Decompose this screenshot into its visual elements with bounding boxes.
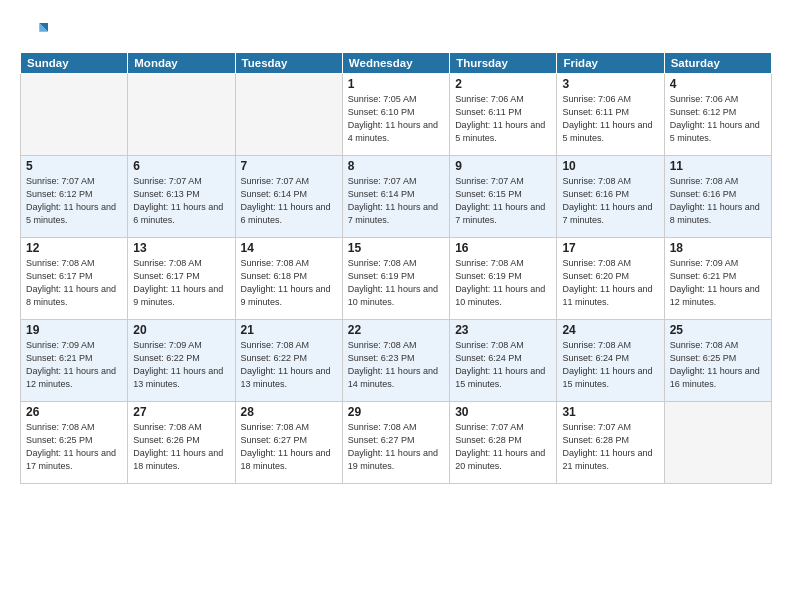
table-row: 14 Sunrise: 7:08 AM Sunset: 6:18 PM Dayl…	[235, 238, 342, 320]
header	[20, 16, 772, 44]
table-row: 5 Sunrise: 7:07 AM Sunset: 6:12 PM Dayli…	[21, 156, 128, 238]
day-number: 30	[455, 405, 551, 419]
day-info: Sunrise: 7:08 AM Sunset: 6:25 PM Dayligh…	[26, 421, 122, 473]
col-wednesday: Wednesday	[342, 53, 449, 74]
calendar-header-row: Sunday Monday Tuesday Wednesday Thursday…	[21, 53, 772, 74]
day-info: Sunrise: 7:09 AM Sunset: 6:21 PM Dayligh…	[26, 339, 122, 391]
day-info: Sunrise: 7:08 AM Sunset: 6:27 PM Dayligh…	[241, 421, 337, 473]
day-number: 9	[455, 159, 551, 173]
day-number: 8	[348, 159, 444, 173]
day-info: Sunrise: 7:08 AM Sunset: 6:24 PM Dayligh…	[562, 339, 658, 391]
day-info: Sunrise: 7:08 AM Sunset: 6:22 PM Dayligh…	[241, 339, 337, 391]
day-info: Sunrise: 7:08 AM Sunset: 6:16 PM Dayligh…	[562, 175, 658, 227]
col-tuesday: Tuesday	[235, 53, 342, 74]
col-friday: Friday	[557, 53, 664, 74]
calendar-week-row: 12 Sunrise: 7:08 AM Sunset: 6:17 PM Dayl…	[21, 238, 772, 320]
calendar-table: Sunday Monday Tuesday Wednesday Thursday…	[20, 52, 772, 484]
day-info: Sunrise: 7:06 AM Sunset: 6:11 PM Dayligh…	[562, 93, 658, 145]
day-info: Sunrise: 7:06 AM Sunset: 6:12 PM Dayligh…	[670, 93, 766, 145]
table-row: 16 Sunrise: 7:08 AM Sunset: 6:19 PM Dayl…	[450, 238, 557, 320]
table-row: 9 Sunrise: 7:07 AM Sunset: 6:15 PM Dayli…	[450, 156, 557, 238]
day-number: 31	[562, 405, 658, 419]
day-info: Sunrise: 7:06 AM Sunset: 6:11 PM Dayligh…	[455, 93, 551, 145]
day-number: 19	[26, 323, 122, 337]
logo	[20, 16, 52, 44]
day-number: 13	[133, 241, 229, 255]
col-saturday: Saturday	[664, 53, 771, 74]
table-row: 31 Sunrise: 7:07 AM Sunset: 6:28 PM Dayl…	[557, 402, 664, 484]
day-number: 28	[241, 405, 337, 419]
col-thursday: Thursday	[450, 53, 557, 74]
table-row: 6 Sunrise: 7:07 AM Sunset: 6:13 PM Dayli…	[128, 156, 235, 238]
day-info: Sunrise: 7:08 AM Sunset: 6:19 PM Dayligh…	[455, 257, 551, 309]
day-number: 23	[455, 323, 551, 337]
day-info: Sunrise: 7:08 AM Sunset: 6:18 PM Dayligh…	[241, 257, 337, 309]
table-row: 20 Sunrise: 7:09 AM Sunset: 6:22 PM Dayl…	[128, 320, 235, 402]
day-info: Sunrise: 7:07 AM Sunset: 6:28 PM Dayligh…	[455, 421, 551, 473]
day-number: 26	[26, 405, 122, 419]
day-info: Sunrise: 7:05 AM Sunset: 6:10 PM Dayligh…	[348, 93, 444, 145]
table-row: 24 Sunrise: 7:08 AM Sunset: 6:24 PM Dayl…	[557, 320, 664, 402]
calendar-week-row: 26 Sunrise: 7:08 AM Sunset: 6:25 PM Dayl…	[21, 402, 772, 484]
day-info: Sunrise: 7:07 AM Sunset: 6:15 PM Dayligh…	[455, 175, 551, 227]
day-number: 11	[670, 159, 766, 173]
table-row: 26 Sunrise: 7:08 AM Sunset: 6:25 PM Dayl…	[21, 402, 128, 484]
day-info: Sunrise: 7:08 AM Sunset: 6:16 PM Dayligh…	[670, 175, 766, 227]
day-number: 20	[133, 323, 229, 337]
day-number: 27	[133, 405, 229, 419]
calendar-week-row: 1 Sunrise: 7:05 AM Sunset: 6:10 PM Dayli…	[21, 74, 772, 156]
table-row: 8 Sunrise: 7:07 AM Sunset: 6:14 PM Dayli…	[342, 156, 449, 238]
day-number: 21	[241, 323, 337, 337]
day-info: Sunrise: 7:08 AM Sunset: 6:19 PM Dayligh…	[348, 257, 444, 309]
table-row: 29 Sunrise: 7:08 AM Sunset: 6:27 PM Dayl…	[342, 402, 449, 484]
day-number: 29	[348, 405, 444, 419]
table-row: 23 Sunrise: 7:08 AM Sunset: 6:24 PM Dayl…	[450, 320, 557, 402]
day-info: Sunrise: 7:07 AM Sunset: 6:12 PM Dayligh…	[26, 175, 122, 227]
day-number: 12	[26, 241, 122, 255]
table-row: 19 Sunrise: 7:09 AM Sunset: 6:21 PM Dayl…	[21, 320, 128, 402]
day-info: Sunrise: 7:09 AM Sunset: 6:22 PM Dayligh…	[133, 339, 229, 391]
table-row	[21, 74, 128, 156]
day-info: Sunrise: 7:08 AM Sunset: 6:25 PM Dayligh…	[670, 339, 766, 391]
table-row: 15 Sunrise: 7:08 AM Sunset: 6:19 PM Dayl…	[342, 238, 449, 320]
table-row: 11 Sunrise: 7:08 AM Sunset: 6:16 PM Dayl…	[664, 156, 771, 238]
day-info: Sunrise: 7:07 AM Sunset: 6:14 PM Dayligh…	[241, 175, 337, 227]
table-row	[235, 74, 342, 156]
table-row: 17 Sunrise: 7:08 AM Sunset: 6:20 PM Dayl…	[557, 238, 664, 320]
day-number: 2	[455, 77, 551, 91]
day-info: Sunrise: 7:07 AM Sunset: 6:28 PM Dayligh…	[562, 421, 658, 473]
day-number: 24	[562, 323, 658, 337]
table-row: 10 Sunrise: 7:08 AM Sunset: 6:16 PM Dayl…	[557, 156, 664, 238]
table-row	[664, 402, 771, 484]
day-info: Sunrise: 7:08 AM Sunset: 6:20 PM Dayligh…	[562, 257, 658, 309]
col-sunday: Sunday	[21, 53, 128, 74]
table-row: 1 Sunrise: 7:05 AM Sunset: 6:10 PM Dayli…	[342, 74, 449, 156]
day-info: Sunrise: 7:09 AM Sunset: 6:21 PM Dayligh…	[670, 257, 766, 309]
table-row: 21 Sunrise: 7:08 AM Sunset: 6:22 PM Dayl…	[235, 320, 342, 402]
day-number: 6	[133, 159, 229, 173]
day-info: Sunrise: 7:07 AM Sunset: 6:14 PM Dayligh…	[348, 175, 444, 227]
day-info: Sunrise: 7:08 AM Sunset: 6:26 PM Dayligh…	[133, 421, 229, 473]
day-number: 10	[562, 159, 658, 173]
table-row: 27 Sunrise: 7:08 AM Sunset: 6:26 PM Dayl…	[128, 402, 235, 484]
table-row: 3 Sunrise: 7:06 AM Sunset: 6:11 PM Dayli…	[557, 74, 664, 156]
logo-icon	[20, 16, 48, 44]
table-row: 22 Sunrise: 7:08 AM Sunset: 6:23 PM Dayl…	[342, 320, 449, 402]
calendar-page: Sunday Monday Tuesday Wednesday Thursday…	[0, 0, 792, 612]
day-info: Sunrise: 7:08 AM Sunset: 6:17 PM Dayligh…	[133, 257, 229, 309]
table-row: 18 Sunrise: 7:09 AM Sunset: 6:21 PM Dayl…	[664, 238, 771, 320]
day-info: Sunrise: 7:08 AM Sunset: 6:23 PM Dayligh…	[348, 339, 444, 391]
table-row: 4 Sunrise: 7:06 AM Sunset: 6:12 PM Dayli…	[664, 74, 771, 156]
col-monday: Monday	[128, 53, 235, 74]
day-number: 17	[562, 241, 658, 255]
day-number: 18	[670, 241, 766, 255]
table-row: 30 Sunrise: 7:07 AM Sunset: 6:28 PM Dayl…	[450, 402, 557, 484]
table-row: 7 Sunrise: 7:07 AM Sunset: 6:14 PM Dayli…	[235, 156, 342, 238]
day-number: 7	[241, 159, 337, 173]
table-row: 12 Sunrise: 7:08 AM Sunset: 6:17 PM Dayl…	[21, 238, 128, 320]
day-info: Sunrise: 7:08 AM Sunset: 6:24 PM Dayligh…	[455, 339, 551, 391]
day-number: 14	[241, 241, 337, 255]
calendar-week-row: 5 Sunrise: 7:07 AM Sunset: 6:12 PM Dayli…	[21, 156, 772, 238]
day-info: Sunrise: 7:08 AM Sunset: 6:27 PM Dayligh…	[348, 421, 444, 473]
table-row: 13 Sunrise: 7:08 AM Sunset: 6:17 PM Dayl…	[128, 238, 235, 320]
